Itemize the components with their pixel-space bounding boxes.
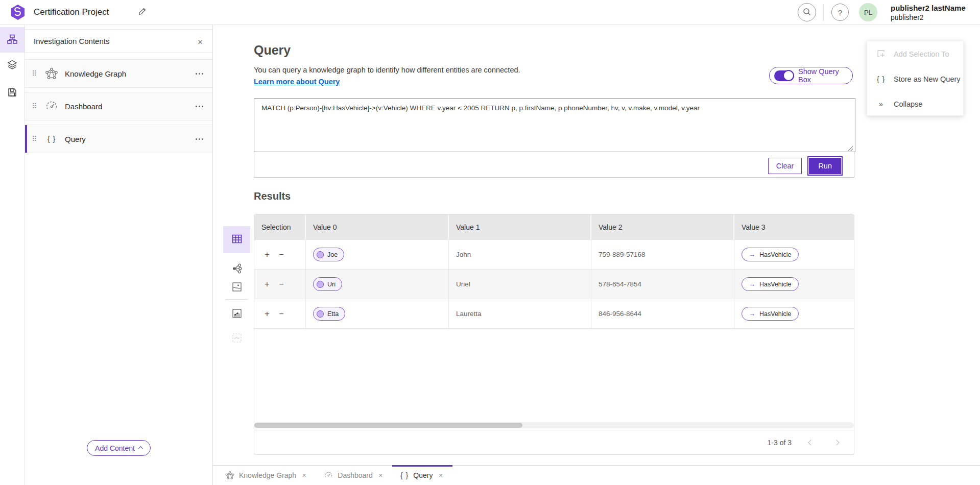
query-box-panel: MATCH (p:Person)-[hv:HasVehicle]->(v:Veh…: [254, 98, 854, 178]
tab-dashboard[interactable]: Dashboard ✕: [316, 466, 392, 485]
table-view-icon: [231, 233, 243, 246]
tab-close-button[interactable]: ✕: [301, 471, 307, 480]
user-avatar[interactable]: PL: [859, 3, 877, 21]
rail-item-investigation-contents[interactable]: [0, 27, 25, 53]
user-display-name: publisher2 lastName: [891, 4, 966, 13]
run-button[interactable]: Run: [809, 158, 841, 174]
horizontal-scrollbar[interactable]: [254, 422, 854, 428]
view-map-network-button[interactable]: [223, 302, 250, 326]
query-options-menu: Add Selection To { } Store as New Query …: [867, 41, 964, 116]
view-table-button[interactable]: [223, 226, 250, 253]
tab-query[interactable]: { } Query ✕: [392, 466, 452, 485]
drag-handle-icon[interactable]: ⠿: [32, 102, 41, 110]
remove-selection-button[interactable]: −: [276, 279, 287, 290]
toggle-label: Show Query Box: [798, 67, 852, 84]
clear-button[interactable]: Clear: [768, 158, 802, 174]
user-menu[interactable]: publisher2 lastName publisher2: [891, 4, 966, 22]
add-selection-button[interactable]: +: [261, 249, 273, 260]
view-map-button[interactable]: [223, 276, 250, 299]
entity-name: Uri: [327, 281, 336, 288]
column-header-value1[interactable]: Value 1: [449, 214, 591, 240]
entity-pill[interactable]: Uri: [313, 277, 342, 291]
add-selection-button[interactable]: +: [261, 279, 273, 290]
relation-pill[interactable]: → HasVehicle: [742, 277, 799, 291]
relation-pill[interactable]: → HasVehicle: [742, 307, 799, 321]
cell-first-name: Uriel: [449, 270, 591, 299]
menu-item-label: Add Selection To: [894, 50, 949, 58]
results-table: Selection Value 0 Value 1 Value 2 Value …: [254, 214, 854, 455]
tab-close-button[interactable]: ✕: [437, 471, 444, 480]
entity-name: Etta: [327, 310, 339, 318]
show-query-box-toggle[interactable]: Show Query Box: [769, 67, 853, 84]
arrow-right-icon: →: [749, 251, 755, 258]
toggle-switch[interactable]: [774, 70, 794, 81]
add-content-label: Add Content: [95, 444, 135, 452]
cell-phone: 578-654-7854: [591, 270, 734, 299]
rail-item-save[interactable]: [0, 80, 25, 106]
learn-more-link[interactable]: Learn more about Query: [254, 78, 340, 86]
add-selection-button[interactable]: +: [261, 308, 273, 320]
previous-page-button[interactable]: [805, 436, 817, 449]
query-input[interactable]: MATCH (p:Person)-[hv:HasVehicle]->(v:Veh…: [254, 98, 855, 152]
sidebar-close-button[interactable]: ✕: [194, 36, 206, 48]
item-more-button[interactable]: [192, 101, 206, 111]
remove-selection-button[interactable]: −: [276, 308, 287, 320]
arrow-right-icon: →: [749, 310, 755, 318]
tab-knowledge-graph[interactable]: Knowledge Graph ✕: [217, 466, 316, 485]
toolbar-divider: [225, 299, 248, 300]
top-header: Certification Project ? PL: [0, 0, 980, 25]
user-username: publisher2: [891, 13, 966, 22]
entity-pill[interactable]: Etta: [313, 307, 345, 321]
sidebar-title: Investigation Contents: [34, 37, 109, 45]
edit-title-button[interactable]: [136, 6, 148, 18]
column-header-value2[interactable]: Value 2: [591, 214, 734, 240]
dashboard-icon: [324, 471, 333, 480]
double-chevron-right-icon: »: [875, 100, 887, 108]
cell-phone: 759-889-57168: [591, 240, 734, 269]
tab-close-button[interactable]: ✕: [377, 471, 384, 480]
sidebar-item-query[interactable]: ⠿ { } Query: [25, 125, 212, 153]
relation-name: HasVehicle: [759, 281, 792, 288]
map-view-icon: [231, 281, 243, 294]
menu-item-store-as-new-query[interactable]: { } Store as New Query: [867, 66, 963, 91]
sidebar-item-knowledge-graph[interactable]: ⠿ Knowledge Graph: [25, 59, 212, 88]
item-more-button[interactable]: [192, 68, 206, 79]
relation-name: HasVehicle: [759, 310, 792, 318]
remove-selection-button[interactable]: −: [276, 249, 287, 260]
menu-item-collapse[interactable]: » Collapse: [867, 91, 963, 116]
search-button[interactable]: [798, 3, 816, 21]
dashboard-icon: [44, 100, 59, 113]
add-selection-icon: [875, 49, 887, 59]
column-header-value0[interactable]: Value 0: [306, 214, 449, 240]
knowledge-graph-icon: [44, 67, 59, 80]
avatar-initials: PL: [864, 9, 872, 16]
column-header-value3[interactable]: Value 3: [734, 214, 854, 240]
hierarchy-icon: [7, 34, 18, 46]
menu-item-label: Store as New Query: [894, 75, 961, 83]
map-network-icon: [231, 308, 243, 321]
table-row: + − Etta Lauretta 846-956-8644 → HasVehi…: [254, 299, 854, 329]
menu-item-add-selection-to: Add Selection To: [867, 41, 963, 66]
view-extra-button-disabled: [223, 327, 250, 350]
tab-label: Dashboard: [338, 471, 373, 479]
relation-pill[interactable]: → HasVehicle: [742, 248, 799, 261]
pagination-bar: 1-3 of 3: [254, 430, 854, 454]
entity-node-icon: [317, 281, 324, 288]
drag-handle-icon[interactable]: ⠿: [32, 135, 41, 143]
sidebar-item-dashboard[interactable]: ⠿ Dashboard: [25, 92, 212, 120]
rail-item-layers[interactable]: [0, 53, 25, 78]
item-more-button[interactable]: [192, 134, 206, 144]
table-row: + − Uri Uriel 578-654-7854 → HasVehicle: [254, 270, 854, 299]
add-content-button[interactable]: Add Content: [87, 440, 151, 456]
cell-first-name: Lauretta: [449, 299, 591, 328]
help-button[interactable]: ?: [831, 4, 849, 21]
entity-node-icon: [317, 310, 324, 318]
next-page-button[interactable]: [830, 436, 843, 449]
column-header-selection[interactable]: Selection: [254, 214, 306, 240]
menu-item-label: Collapse: [894, 100, 922, 108]
drag-handle-icon[interactable]: ⠿: [32, 69, 41, 78]
investigation-contents-panel: Investigation Contents ✕ ⠿ Knowledge Gra…: [25, 25, 213, 485]
tab-label: Knowledge Graph: [239, 471, 296, 479]
scrollbar-thumb[interactable]: [254, 423, 522, 428]
entity-pill[interactable]: Joe: [313, 248, 344, 261]
